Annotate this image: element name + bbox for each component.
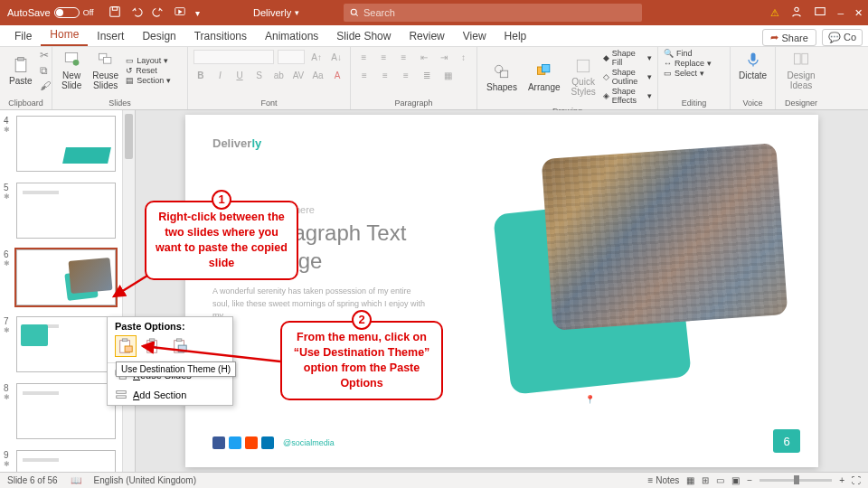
arrow-2 [136, 342, 285, 369]
svg-rect-11 [103, 58, 110, 64]
share-button[interactable]: ➦ Share [762, 29, 816, 46]
ribbon-tabs: File Home Insert Design Transitions Anim… [0, 25, 868, 47]
close-icon[interactable]: ✕ [854, 7, 863, 19]
arrow-1 [107, 271, 152, 307]
select-button[interactable]: ▭ Select ▾ [664, 69, 724, 78]
shape-fill-button[interactable]: ◆ Shape Fill ▾ [603, 49, 652, 67]
social-icons: @socialmedia [212, 436, 335, 449]
start-icon[interactable] [174, 5, 186, 20]
group-slides: Slides [58, 97, 182, 108]
slide-body[interactable]: A wonderful serenity has taken possessio… [212, 286, 429, 323]
tab-home[interactable]: Home [41, 24, 88, 46]
find-button[interactable]: 🔍 Find [664, 49, 724, 58]
zoom-slider[interactable] [760, 479, 832, 482]
reuse-slides-icon [97, 51, 115, 69]
redo-icon[interactable] [152, 5, 165, 20]
autosave-label: AutoSave [7, 7, 51, 18]
svg-rect-31 [117, 396, 127, 399]
replace-button[interactable]: ↔ Replace ▾ [664, 59, 724, 68]
tab-animations[interactable]: Animations [256, 26, 327, 46]
svg-rect-21 [122, 339, 127, 342]
tab-design[interactable]: Design [133, 26, 184, 46]
tab-slideshow[interactable]: Slide Show [327, 26, 400, 46]
new-slide-icon [62, 51, 80, 69]
reuse-slides-button[interactable]: Reuse Slides [89, 49, 122, 92]
section-icon [115, 389, 127, 401]
twitter-icon[interactable] [229, 436, 241, 449]
comments-button[interactable]: 💬 Co [822, 29, 863, 46]
quick-access-toolbar: ▾ [101, 5, 207, 20]
arrange-button[interactable]: Arrange [524, 61, 564, 94]
spellcheck-icon[interactable]: 📖 [71, 475, 81, 485]
zoom-in-icon[interactable]: + [839, 475, 844, 485]
tab-help[interactable]: Help [495, 26, 536, 46]
slideshow-view-icon[interactable]: ▣ [731, 475, 740, 485]
qat-more-icon[interactable]: ▾ [195, 8, 200, 18]
warning-icon[interactable]: ⚠ [770, 7, 779, 19]
thumbnail-5[interactable]: 5✱ [0, 181, 135, 248]
slide-counter[interactable]: Slide 6 of 56 [7, 475, 58, 485]
arrange-icon [535, 62, 553, 80]
undo-icon[interactable] [130, 5, 143, 20]
quick-styles-button[interactable]: Quick Styles [568, 55, 599, 99]
svg-rect-6 [15, 59, 26, 71]
slide-edit-area[interactable]: Deliverly Awesome Subtitle here One Para… [136, 110, 868, 472]
section-button[interactable]: ▤ Section ▾ [126, 76, 171, 85]
sorter-view-icon[interactable]: ⊞ [702, 475, 709, 485]
notes-button[interactable]: ≡ Notes [648, 475, 680, 485]
layout-button[interactable]: ▭ Layout ▾ [126, 56, 171, 65]
account-icon[interactable] [790, 5, 803, 20]
autosave-toggle[interactable]: AutoSave Off [0, 7, 101, 18]
autosave-state: Off [83, 8, 94, 17]
tab-review[interactable]: Review [400, 26, 453, 46]
save-icon[interactable] [108, 5, 121, 20]
tab-view[interactable]: View [454, 26, 495, 46]
copy-icon[interactable]: ⧉ [40, 64, 51, 77]
paste-button[interactable]: Paste [5, 54, 36, 88]
normal-view-icon[interactable]: ▦ [686, 475, 694, 485]
search-placeholder: Search [363, 7, 395, 18]
new-slide-button[interactable]: New Slide [58, 49, 85, 92]
svg-point-9 [73, 60, 80, 66]
thumbnail-4[interactable]: 4✱ [0, 114, 135, 181]
tab-insert[interactable]: Insert [88, 26, 133, 46]
shape-outline-button[interactable]: ◇ Shape Outline ▾ [603, 68, 652, 86]
thumbnail-9[interactable]: 9✱ [0, 448, 135, 472]
shapes-button[interactable]: Shapes [483, 61, 521, 94]
svg-rect-15 [542, 64, 549, 71]
zoom-out-icon[interactable]: − [747, 475, 752, 485]
format-painter-icon[interactable]: 🖌 [40, 80, 51, 92]
group-clipboard: Clipboard [5, 97, 46, 108]
cut-icon[interactable]: ✂ [40, 49, 51, 61]
group-editing: Editing [664, 97, 724, 108]
group-voice: Voice [736, 97, 769, 108]
shape-effects-button[interactable]: ◈ Shape Effects ▾ [603, 87, 652, 105]
clipboard-icon [12, 56, 30, 74]
slide-canvas[interactable]: Deliverly Awesome Subtitle here One Para… [185, 115, 818, 467]
group-paragraph: Paragraph [356, 97, 471, 108]
fit-window-icon[interactable]: ⛶ [852, 475, 861, 485]
reading-view-icon[interactable]: ▭ [716, 475, 724, 485]
tab-transitions[interactable]: Transitions [185, 26, 256, 46]
ribbon: Paste ✂ ⧉ 🖌 Clipboard New Slide Reuse Sl… [0, 47, 868, 110]
context-add-section[interactable]: Add Section [108, 385, 232, 405]
share-icon: ➦ [770, 32, 778, 43]
ribbon-options-icon[interactable] [814, 5, 826, 20]
group-designer: Designer [781, 97, 821, 108]
minimize-icon[interactable]: — [837, 7, 844, 19]
callout-badge-2: 2 [352, 310, 372, 330]
slide-image-card[interactable] [529, 151, 782, 350]
linkedin-icon[interactable] [261, 436, 274, 449]
dictate-button[interactable]: Dictate [736, 49, 769, 82]
search-box[interactable]: Search [344, 4, 642, 22]
use-destination-theme-option[interactable] [115, 335, 137, 357]
reset-button[interactable]: ↺ Reset [126, 66, 171, 75]
pinterest-icon[interactable] [245, 436, 258, 449]
design-ideas-button[interactable]: Design Ideas [781, 49, 821, 92]
document-name[interactable]: Deliverly ▾ [253, 7, 299, 18]
tab-file[interactable]: File [5, 26, 41, 46]
quick-styles-icon [574, 57, 592, 75]
callout-1: 1 Right-click between the two slides whe… [145, 201, 298, 280]
language-status[interactable]: English (United Kingdom) [94, 475, 196, 485]
facebook-icon[interactable] [212, 436, 225, 449]
